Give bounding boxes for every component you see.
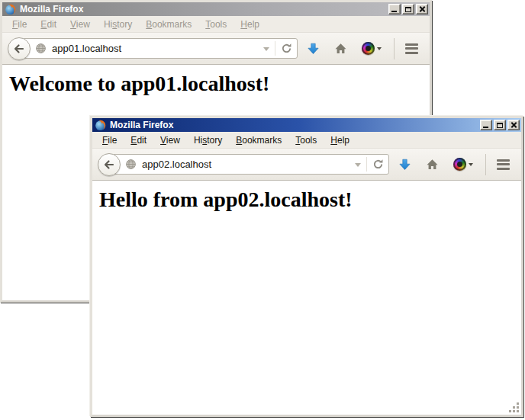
home-button[interactable]	[420, 152, 444, 177]
back-arrow-icon	[103, 159, 115, 171]
addon-dropdown-icon	[469, 163, 473, 168]
titlebar[interactable]: Mozilla Firefox	[92, 118, 521, 132]
color-wheel-addon-icon	[453, 158, 466, 171]
hamburger-icon	[405, 43, 418, 54]
menu-file[interactable]: File	[95, 133, 124, 148]
window-controls	[388, 4, 428, 14]
urlbar-separator	[275, 41, 275, 56]
page-heading: Welcome to app01.localhost!	[9, 72, 424, 96]
app-menu-button[interactable]	[491, 152, 515, 177]
menu-history[interactable]: History	[187, 133, 229, 148]
window-title: Mozilla Firefox	[108, 118, 478, 132]
window-title: Mozilla Firefox	[18, 2, 386, 16]
menu-view[interactable]: View	[153, 133, 187, 148]
firefox-icon	[5, 4, 16, 15]
close-icon	[419, 6, 426, 13]
page-content: Hello from app02.localhost!	[92, 181, 521, 415]
maximize-icon	[497, 123, 503, 128]
menu-history[interactable]: History	[97, 17, 139, 32]
hamburger-icon	[497, 159, 510, 170]
addon-dropdown-icon	[377, 47, 382, 53]
resize-grip[interactable]	[509, 402, 520, 413]
menu-file[interactable]: File	[5, 17, 34, 32]
home-button[interactable]	[328, 37, 353, 61]
toolbar-separator	[394, 38, 395, 59]
site-identity-globe-icon[interactable]	[125, 159, 137, 170]
toolbar-separator	[485, 154, 486, 175]
addon-button[interactable]	[447, 152, 479, 177]
browser-window-app02[interactable]: Mozilla Firefox File Edit View History B…	[90, 116, 523, 417]
download-arrow-icon	[307, 43, 320, 55]
maximize-button[interactable]	[402, 4, 414, 14]
home-icon	[334, 43, 347, 55]
addon-button[interactable]	[356, 37, 388, 61]
page-heading: Hello from app02.localhost!	[99, 188, 515, 212]
menu-bookmarks[interactable]: Bookmarks	[229, 133, 288, 148]
close-button[interactable]	[416, 4, 428, 14]
reload-button[interactable]	[371, 158, 385, 172]
menu-tools[interactable]: Tools	[288, 133, 324, 148]
back-arrow-icon	[13, 43, 25, 55]
menu-view[interactable]: View	[63, 17, 97, 32]
maximize-button[interactable]	[494, 120, 506, 130]
menu-edit[interactable]: Edit	[34, 17, 63, 32]
menu-bar: File Edit View History Bookmarks Tools H…	[92, 132, 521, 149]
reload-button[interactable]	[279, 42, 293, 56]
maximize-icon	[405, 7, 411, 12]
window-body: Mozilla Firefox File Edit View History B…	[92, 118, 521, 415]
downloads-button[interactable]	[392, 152, 417, 177]
url-input[interactable]: app01.localhost	[47, 43, 262, 54]
menu-bookmarks[interactable]: Bookmarks	[139, 17, 198, 32]
url-input[interactable]: app02.localhost	[137, 159, 353, 170]
menu-edit[interactable]: Edit	[124, 133, 153, 148]
menu-bar: File Edit View History Bookmarks Tools H…	[2, 16, 430, 33]
menu-help[interactable]: Help	[324, 133, 356, 148]
minimize-button[interactable]	[388, 4, 401, 14]
urlbar-dropdown-icon[interactable]	[355, 163, 361, 170]
minimize-icon	[391, 11, 397, 12]
downloads-button[interactable]	[301, 37, 325, 61]
navigation-toolbar: app02.localhost	[92, 149, 521, 181]
home-icon	[426, 159, 439, 171]
close-button[interactable]	[507, 120, 520, 130]
url-bar[interactable]: app02.localhost	[112, 154, 389, 175]
close-icon	[511, 122, 517, 129]
firefox-icon	[95, 120, 106, 131]
url-bar[interactable]: app01.localhost	[22, 38, 298, 59]
download-arrow-icon	[398, 159, 411, 171]
site-identity-globe-icon[interactable]	[35, 43, 47, 54]
back-button[interactable]	[98, 153, 121, 176]
back-button[interactable]	[8, 37, 31, 60]
menu-help[interactable]: Help	[234, 17, 266, 32]
urlbar-separator	[366, 157, 367, 172]
app-menu-button[interactable]	[399, 37, 424, 61]
minimize-button[interactable]	[480, 120, 492, 130]
minimize-icon	[483, 127, 488, 128]
titlebar[interactable]: Mozilla Firefox	[2, 2, 430, 16]
urlbar-dropdown-icon[interactable]	[263, 47, 269, 54]
menu-tools[interactable]: Tools	[198, 17, 234, 32]
color-wheel-addon-icon	[362, 42, 375, 55]
navigation-toolbar: app01.localhost	[2, 33, 430, 65]
window-controls	[480, 120, 520, 130]
